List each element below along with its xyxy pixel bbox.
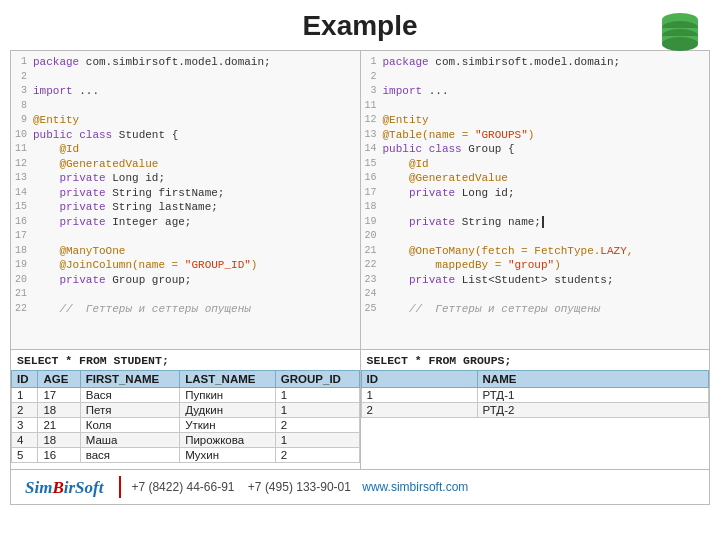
line-number: 21 <box>11 287 33 302</box>
table-row: 516васяМухин2 <box>12 448 360 463</box>
code-line: 12@Entity <box>361 113 710 128</box>
line-number: 25 <box>361 302 383 317</box>
right-table-title: SELECT * FROM GROUPS; <box>361 350 710 370</box>
table-cell: 1 <box>275 433 359 448</box>
code-line: 2 <box>361 70 710 85</box>
table-cell: 18 <box>38 403 80 418</box>
line-number: 18 <box>361 200 383 215</box>
code-line: 11 <box>361 99 710 114</box>
table-cell: Вася <box>80 388 179 403</box>
table-row: 117ВасяПупкин1 <box>12 388 360 403</box>
code-line: 25 // Геттеры и сеттеры опущены <box>361 302 710 317</box>
code-line: 1package com.simbirsoft.model.domain; <box>11 55 360 70</box>
table-cell: 1 <box>361 388 477 403</box>
line-number: 2 <box>361 70 383 85</box>
line-content: @Table(name = "GROUPS") <box>383 128 535 143</box>
line-content: @GeneratedValue <box>383 171 508 186</box>
line-number: 12 <box>361 113 383 128</box>
code-line: 18 <box>361 200 710 215</box>
code-line: 20 private Group group; <box>11 273 360 288</box>
table-header-cell: GROUP_ID <box>275 371 359 388</box>
line-content: // Геттеры и сеттеры опущены <box>33 302 251 317</box>
table-cell: 17 <box>38 388 80 403</box>
table-cell: 2 <box>361 403 477 418</box>
line-content: @ManyToOne <box>33 244 125 259</box>
code-line: 16 @GeneratedValue <box>361 171 710 186</box>
table-cell: 16 <box>38 448 80 463</box>
table-cell: РТД-1 <box>477 388 708 403</box>
line-number: 14 <box>11 186 33 201</box>
footer-url: www.simbirsoft.com <box>362 480 468 494</box>
svg-point-6 <box>662 37 698 51</box>
code-line: 11 @Id <box>11 142 360 157</box>
line-number: 18 <box>11 244 33 259</box>
tables-area: SELECT * FROM STUDENT; IDAGEFIRST_NAMELA… <box>10 350 710 470</box>
line-number: 1 <box>11 55 33 70</box>
table-cell: Пирожкова <box>180 433 276 448</box>
table-cell: 3 <box>12 418 38 433</box>
text-cursor <box>542 216 544 228</box>
line-content: @Entity <box>383 113 429 128</box>
right-code-panel: 1package com.simbirsoft.model.domain;23i… <box>361 51 710 349</box>
line-content: private String name; <box>383 215 544 230</box>
code-line: 13@Table(name = "GROUPS") <box>361 128 710 143</box>
line-content: @OneToMany(fetch = FetchType.LAZY, <box>383 244 634 259</box>
table-cell: 5 <box>12 448 38 463</box>
line-number: 17 <box>361 186 383 201</box>
code-line: 24 <box>361 287 710 302</box>
code-line: 3import ... <box>11 84 360 99</box>
left-table-section: SELECT * FROM STUDENT; IDAGEFIRST_NAMELA… <box>11 350 361 469</box>
phone1: +7 (8422) 44-66-91 <box>131 480 234 494</box>
code-line: 14public class Group { <box>361 142 710 157</box>
line-content: private String lastName; <box>33 200 218 215</box>
code-line: 19 private String name; <box>361 215 710 230</box>
table-cell: 1 <box>275 403 359 418</box>
code-line: 21 <box>11 287 360 302</box>
table-header-cell: ID <box>12 371 38 388</box>
line-number: 9 <box>11 113 33 128</box>
code-area: 1package com.simbirsoft.model.domain;23i… <box>10 50 710 350</box>
table-cell: Петя <box>80 403 179 418</box>
table-row: 418МашаПирожкова1 <box>12 433 360 448</box>
line-content: package com.simbirsoft.model.domain; <box>383 55 621 70</box>
table-cell: 1 <box>275 388 359 403</box>
table-header-cell: LAST_NAME <box>180 371 276 388</box>
line-number: 24 <box>361 287 383 302</box>
line-content: private String firstName; <box>33 186 224 201</box>
line-content: private Group group; <box>33 273 191 288</box>
line-content: @JoinColumn(name = "GROUP_ID") <box>33 258 257 273</box>
table-cell: Пупкин <box>180 388 276 403</box>
code-line: 13 private Long id; <box>11 171 360 186</box>
table-cell: 2 <box>275 418 359 433</box>
code-line: 22 // Геттеры и сеттеры опущены <box>11 302 360 317</box>
line-number: 3 <box>11 84 33 99</box>
code-line: 9@Entity <box>11 113 360 128</box>
line-number: 8 <box>11 99 33 114</box>
line-number: 10 <box>11 128 33 143</box>
line-number: 19 <box>361 215 383 230</box>
line-content: private Long id; <box>33 171 165 186</box>
line-number: 16 <box>11 215 33 230</box>
line-number: 21 <box>361 244 383 259</box>
code-line: 12 @GeneratedValue <box>11 157 360 172</box>
table-header-cell: FIRST_NAME <box>80 371 179 388</box>
table-cell: 21 <box>38 418 80 433</box>
code-line: 8 <box>11 99 360 114</box>
table-cell: Дудкин <box>180 403 276 418</box>
left-table-title: SELECT * FROM STUDENT; <box>11 350 360 370</box>
table-cell: 1 <box>12 388 38 403</box>
code-line: 15 private String lastName; <box>11 200 360 215</box>
line-number: 22 <box>361 258 383 273</box>
footer: SimBirSoft +7 (8422) 44-66-91 +7 (495) 1… <box>10 470 710 505</box>
line-number: 20 <box>361 229 383 244</box>
line-content: @GeneratedValue <box>33 157 158 172</box>
line-number: 1 <box>361 55 383 70</box>
line-content: @Id <box>383 157 429 172</box>
phone2: +7 (495) 133-90-01 <box>248 480 351 494</box>
code-line: 19 @JoinColumn(name = "GROUP_ID") <box>11 258 360 273</box>
line-number: 17 <box>11 229 33 244</box>
line-number: 22 <box>11 302 33 317</box>
table-cell: 4 <box>12 433 38 448</box>
line-content: public class Group { <box>383 142 515 157</box>
line-content: private List<Student> students; <box>383 273 614 288</box>
